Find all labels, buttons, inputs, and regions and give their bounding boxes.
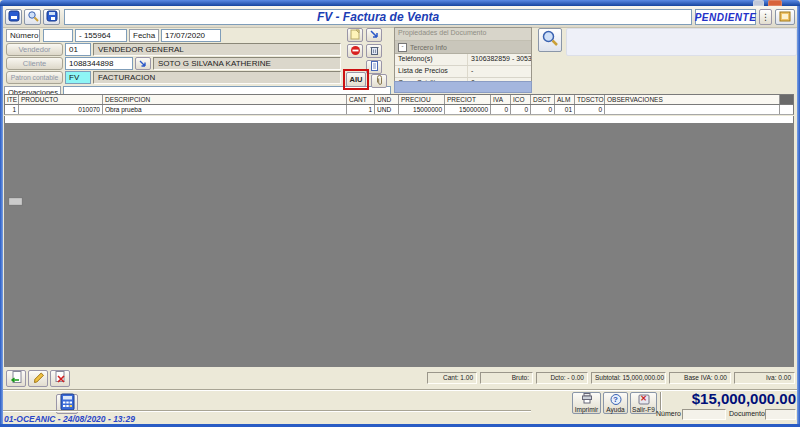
grand-total: $15,000,000.00 (660, 390, 796, 407)
patron-code-input[interactable]: FV (65, 71, 91, 84)
cell-descripcion: Obra prueba (103, 105, 347, 114)
table-row[interactable]: 1 010070 Obra prueba 1 UND 15000000 1500… (4, 105, 794, 115)
picture-icon (779, 8, 791, 26)
vertical-dots-icon: ⋮ (761, 12, 770, 22)
row-scroll-gutter (780, 105, 793, 114)
save-button[interactable] (43, 9, 60, 25)
cell-producto: 010070 (19, 105, 103, 114)
col-tdscto: TDSCTO (575, 95, 605, 104)
printer-icon (580, 393, 594, 405)
status-bar-text: 01-OCEANIC - 24/08/2020 - 13:29 (4, 414, 135, 424)
total-dcto: Dcto: - 0.00 (536, 372, 588, 384)
document-search-button[interactable] (538, 28, 562, 52)
document-properties-panel: Propiedades del Documento - Tercero Info… (394, 27, 532, 81)
salir-button[interactable]: ✕ Salir-F9 (630, 392, 657, 414)
telefono-value: 3106382859 - 3053659770 (468, 54, 531, 65)
col-preciot: PRECIOT (445, 95, 491, 104)
table-empty-area (4, 123, 794, 367)
insert-item-button[interactable] (6, 370, 26, 387)
corner-tool-button[interactable] (775, 9, 795, 25)
vendedor-name-field: VENDEDOR GENERAL (93, 43, 341, 56)
patron-contable-button[interactable]: Patron contable (6, 71, 63, 84)
import-page-icon (9, 370, 23, 388)
col-iva: IVA (491, 95, 511, 104)
cliente-button[interactable]: Cliente (6, 57, 63, 70)
page-title: FV - Factura de Venta (317, 10, 439, 24)
items-table-header: ITE PRODUCTO DESCRIPCION CANT UND PRECIO… (4, 94, 794, 105)
table-scrollbar[interactable] (780, 95, 793, 104)
cell-ico: 0 (511, 105, 531, 114)
footer-numero-label: Número (656, 410, 681, 417)
help-icon: ? (610, 394, 622, 405)
footer-documento-field[interactable] (765, 409, 796, 420)
more-options-button[interactable]: ⋮ (759, 9, 772, 25)
lista-precios-value: - (468, 66, 531, 77)
cliente-name-field: SOTO G SILVANA KATHERINE (153, 57, 341, 70)
import-row-button[interactable] (366, 28, 382, 42)
delete-row-button[interactable] (366, 44, 382, 58)
cliente-lookup-button[interactable] (135, 57, 151, 70)
attach-button[interactable] (371, 74, 387, 88)
numero-label: Número (6, 29, 40, 42)
note-button[interactable] (347, 28, 363, 42)
col-dsct: DSCT (531, 95, 555, 104)
exit-icon: ✕ (638, 394, 650, 405)
fecha-input[interactable]: 17/07/2020 (161, 29, 221, 42)
ayuda-button[interactable]: ? Ayuda (603, 392, 628, 414)
col-ite: ITE (5, 95, 19, 104)
block-button[interactable] (347, 44, 363, 58)
vendedor-button[interactable]: Vendedor (6, 43, 63, 56)
properties-footer-strip (394, 81, 532, 93)
cell-ite: 1 (5, 105, 19, 114)
col-producto: PRODUCTO (19, 95, 103, 104)
col-descripcion: DESCRIPCION (103, 95, 347, 104)
arrow-down-right-icon (138, 55, 148, 73)
delete-item-button[interactable] (50, 370, 70, 387)
cell-dsct: 0 (531, 105, 555, 114)
window-edge-left (0, 6, 3, 427)
cell-iva: 0 (491, 105, 511, 114)
total-base-iva: Base IVA: 0.00 (669, 372, 731, 384)
status-badge: PENDIENTE (695, 9, 756, 25)
save-icon (46, 8, 58, 26)
telefono-label: Teléfono(s) (395, 54, 468, 65)
tercero-info-group[interactable]: - Tercero Info (395, 41, 531, 54)
total-subtotal: Subtotal: 15,000,000.00 (591, 372, 666, 384)
fecha-label: Fecha (129, 29, 159, 42)
document-title-bar: FV - Factura de Venta (64, 9, 692, 25)
footer-numero-field[interactable] (682, 409, 726, 420)
col-cant: CANT (347, 95, 375, 104)
search-button[interactable] (24, 9, 41, 25)
new-document-button[interactable] (5, 9, 22, 25)
info-panel (566, 28, 797, 56)
property-row: Lista de Precios - (395, 66, 531, 78)
patron-name-field: FACTURACION (93, 71, 341, 84)
footer-documento-label: Documento (729, 410, 765, 417)
magnifier-icon (541, 29, 559, 51)
imprimir-button[interactable]: Imprimir (572, 392, 601, 414)
aiu-button[interactable]: AIU (346, 72, 366, 87)
properties-header: Propiedades del Documento (395, 28, 531, 41)
col-observaciones: OBSERVACIONES (605, 95, 780, 104)
cliente-code-input[interactable]: 1088344898 (65, 57, 133, 70)
status-divider (3, 410, 531, 412)
numero-input[interactable]: - 155964 (75, 29, 127, 42)
total-bruto: Bruto: (480, 372, 533, 384)
collapse-icon[interactable]: - (398, 43, 407, 52)
salir-label: Salir-F9 (632, 406, 655, 413)
imprimir-label: Imprimir (575, 406, 598, 413)
total-cant: Cant: 1.00 (427, 372, 477, 384)
screen-artifact (8, 197, 23, 206)
no-entry-icon (350, 42, 361, 60)
cell-cant: 1 (347, 105, 375, 114)
numero-prefix-input[interactable] (43, 29, 73, 42)
cell-observaciones (605, 105, 780, 114)
cell-und: UND (375, 105, 399, 114)
vendedor-code-input[interactable]: 01 (65, 43, 91, 56)
tercero-info-label: Tercero Info (410, 44, 447, 51)
lista-precios-label: Lista de Precios (395, 66, 468, 77)
property-row: Teléfono(s) 3106382859 - 3053659770 (395, 54, 531, 66)
edit-item-button[interactable] (28, 370, 48, 387)
col-preciou: PRECIOU (399, 95, 445, 104)
cell-tdscto: 0 (575, 105, 605, 114)
